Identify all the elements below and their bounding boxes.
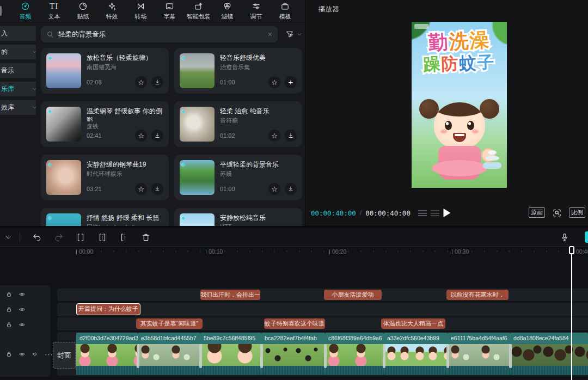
clip-boundary-handle[interactable] [324,344,327,368]
transition-icon [136,2,145,11]
video-clip[interactable]: 5be89c7c56ff485f95 [200,333,261,375]
fit-zoom-icon[interactable] [552,208,562,218]
playhead-handle[interactable] [569,246,574,254]
toolbar-item-sticker[interactable]: 贴纸 [69,2,97,21]
video-clip[interactable]: c86f68f389a64db9a6 [325,333,384,375]
toolbar-item-filter[interactable]: 滤镜 [213,2,242,21]
video-clip-thumbnails [448,344,510,366]
clear-search-icon[interactable]: × [268,30,272,39]
microphone-icon[interactable] [560,232,569,242]
rail-item[interactable]: 音乐 [0,63,36,78]
music-card[interactable]: ◆ 温柔钢琴 舒缓叙事 你的倒影 废铁 02:41 ☆ [41,101,169,147]
toolbar-item-template[interactable]: 模板 [271,2,299,21]
music-card[interactable]: ◆ 轻柔 治愈 纯音乐 音符糖 01:02 ☆ [174,101,302,147]
clip-boundary-handle[interactable] [137,344,139,368]
rail-item[interactable]: 的 [0,45,36,59]
lock-icon[interactable] [5,291,13,298]
download-button[interactable] [285,130,297,142]
favorite-button[interactable]: ☆ [135,130,147,142]
delete-icon[interactable] [141,232,151,242]
eye-icon[interactable] [19,306,26,313]
watermark [414,24,428,29]
video-clip[interactable]: dd8a1808ece24fa584 [510,333,588,375]
favorite-button[interactable]: ☆ [135,76,147,88]
split-icon[interactable] [76,232,85,242]
music-card[interactable]: ◆ 放松音乐（轻柔旋律） 南国猫觅海 02:08 ☆ [41,48,169,94]
search-input[interactable] [58,30,268,38]
text-clip[interactable]: 体温也比大人稍高一点 [381,318,445,329]
lock-icon[interactable] [5,321,13,328]
queue-icon-2[interactable] [431,210,439,216]
cover-button[interactable]: 封面 [53,342,76,369]
track-controls-row [5,291,26,298]
video-preview[interactable]: 勤洗澡勤洗澡 躁防蚊子躁防蚊子 [412,22,507,188]
clip-boundary-handle[interactable] [260,344,263,368]
playhead[interactable] [571,246,572,380]
video-clip[interactable]: e3b58d1bfcad4455b7 [138,333,200,375]
timeline-ruler[interactable]: 00:0000:1000:2000:3000:40 [0,246,588,257]
favorite-button[interactable]: ☆ [268,183,280,195]
eye-icon[interactable] [19,291,26,298]
eye-icon[interactable] [19,351,26,358]
music-card[interactable]: ◆ 轻音乐舒缓优美 治愈音乐集 01:00 ☆ + [174,48,302,94]
more-options-icon[interactable]: ··· [45,352,53,357]
clip-boundary-handle[interactable] [383,344,385,368]
music-card[interactable]: ◆ 平缓轻柔的背景音乐 苏嫚 01:00 ☆ [174,155,302,200]
lock-icon[interactable] [5,351,13,358]
text-clip[interactable]: 我们出汗时，会排出一 [200,290,260,300]
toolbar-item-smart-pack[interactable]: 智能包装 [184,2,213,21]
redo-icon[interactable] [54,232,64,242]
download-button[interactable] [285,183,297,195]
music-card[interactable]: ◆ 抒情 悠扬 舒缓 柔和 长笛 回忆Lyrical melodious ☆ [41,208,169,226]
toolbar-item-effects[interactable]: 特效 [97,2,126,21]
eye-icon[interactable] [19,321,26,328]
video-clip-audio-strip [384,366,448,375]
toolbar-item-captions[interactable]: 字幕 [155,2,184,21]
clip-boundary-handle[interactable] [446,344,449,368]
toolbar-item-text[interactable]: TI 文本 [40,2,69,21]
clip-boundary-handle[interactable] [199,344,202,368]
text-clip[interactable]: 其实蚊子是靠“闻味道” [136,318,203,329]
text-clip-selected[interactable]: 开篇提问：为什么蚊子 [76,303,140,315]
download-button[interactable] [151,130,163,142]
filter-button[interactable] [285,30,302,39]
video-clip[interactable]: d2f00b3d7e304729ad3 [76,333,138,375]
text-clip[interactable]: 小朋友活泼爱动 [324,290,382,300]
toolbar-item-audio[interactable]: 音频 [11,2,40,21]
lock-icon[interactable] [5,306,13,313]
video-clip[interactable]: a33e2dfc560e43b99 [384,333,448,375]
music-card[interactable]: ◆ 安静舒缓的钢琴曲19 时代环球娱乐 03:21 ☆ [41,155,169,200]
download-button[interactable] [151,183,163,195]
text-clip[interactable]: 以前没有花露水时， [446,290,509,300]
star-icon: ☆ [138,79,144,86]
add-button[interactable]: + [285,76,297,88]
toolbar-item-transition[interactable]: 转场 [126,2,155,21]
text-clip[interactable]: 蚊子特别喜欢这个味道 [264,318,325,329]
favorite-button[interactable]: ☆ [268,130,280,142]
rail-item[interactable]: 入 [0,26,36,41]
original-quality-button[interactable]: 原画 [529,207,545,218]
music-card[interactable]: ◆ 安静放松纯音乐 HTT ☆ [174,208,302,226]
search-box[interactable]: × [41,26,278,42]
play-button[interactable] [444,209,451,217]
collapse-chevron-icon[interactable] [4,234,12,241]
favorite-button[interactable]: ☆ [268,76,280,88]
queue-icon[interactable] [418,210,427,216]
cutoff-accent-button[interactable] [585,231,588,243]
speaker-icon[interactable] [32,351,39,358]
toolbar-item-adjust[interactable]: 调节 [242,2,271,21]
split-left-icon[interactable] [97,232,107,242]
music-thumbnail: ◆ [180,53,215,88]
undo-icon[interactable] [32,232,42,242]
rail-item[interactable]: 效库 [0,100,36,115]
download-button[interactable] [151,76,163,88]
favorite-button[interactable]: ☆ [135,183,147,195]
video-clip[interactable]: bca2282eaf7b4f4fab [261,333,325,375]
current-time: 00:00:40:00 [311,209,356,217]
ratio-button[interactable]: 比例 [569,207,585,218]
split-right-icon[interactable] [119,232,129,242]
video-clip[interactable]: e611175ba4d54f4aaf6 [448,333,510,375]
clip-boundary-handle[interactable] [509,344,512,368]
music-thumbnail: ◆ [46,213,81,226]
rail-item[interactable]: 乐库 [0,82,36,96]
